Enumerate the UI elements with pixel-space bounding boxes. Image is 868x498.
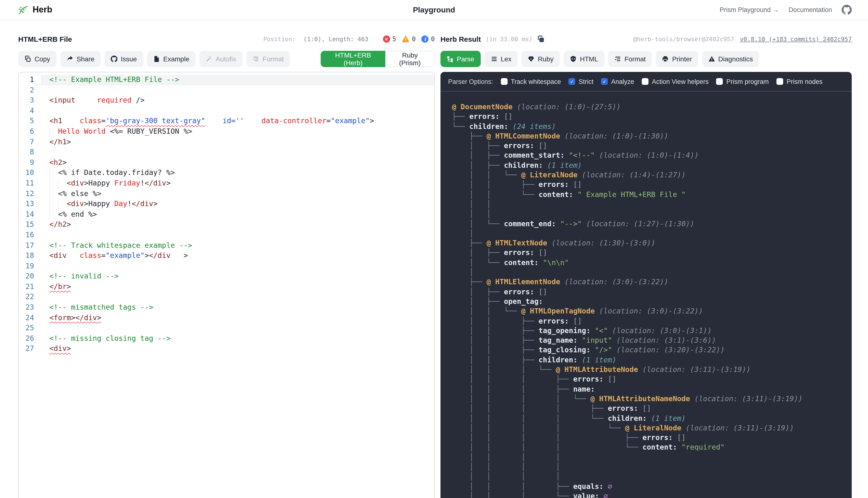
option-prism-program[interactable]: Prism program xyxy=(716,78,769,85)
diagnostics-button[interactable]: Diagnostics xyxy=(702,51,759,67)
version-link[interactable]: v0.8.10 (+183 commits) 2402c957 xyxy=(740,35,852,42)
editor-line[interactable]: 5<h1 class='bg-gray-300 text-gray" id=''… xyxy=(19,116,434,127)
line-number: 15 xyxy=(19,220,41,230)
option-strict[interactable]: Strict xyxy=(569,78,594,85)
checkbox[interactable] xyxy=(776,78,783,85)
copy-button[interactable]: Copy xyxy=(18,51,56,67)
documentation-link[interactable]: Documentation xyxy=(788,6,832,13)
copy-label: Copy xyxy=(35,55,50,63)
editor-line[interactable]: 26<!-- missing closing tag --> xyxy=(19,333,434,344)
printer-button[interactable]: Printer xyxy=(656,51,698,67)
editor-line[interactable]: 17<!-- Track whitespace example --> xyxy=(19,240,434,251)
option-track-whitespace[interactable]: Track whitespace xyxy=(501,78,561,85)
line-number: 19 xyxy=(19,261,41,271)
tree-line: │ │ │ └── value: ∅ xyxy=(452,491,846,498)
shield-icon xyxy=(570,56,577,62)
tree-line: │ ├── errors: [] xyxy=(452,248,846,258)
checkbox[interactable] xyxy=(716,78,723,85)
error-icon: × xyxy=(383,35,390,42)
ruby-label: Ruby xyxy=(538,55,553,63)
editor-line[interactable]: 7</h1> xyxy=(19,137,434,147)
ast-tree[interactable]: @ DocumentNode (location: (1:0)-(27:5))├… xyxy=(440,92,852,498)
editor-line[interactable]: 14 <% end %> xyxy=(19,209,434,220)
editor-line[interactable]: 11 <div>Happy Friday!</div> xyxy=(19,178,434,188)
line-number: 4 xyxy=(19,106,41,116)
line-number: 14 xyxy=(19,209,41,220)
checkbox[interactable] xyxy=(642,78,648,85)
code-editor[interactable]: 1<!-- Example HTML+ERB File -->23<input … xyxy=(18,72,435,498)
share-button[interactable]: Share xyxy=(60,51,101,67)
example-button[interactable]: Example xyxy=(147,51,196,67)
editor-line[interactable]: 27<div> xyxy=(19,344,434,354)
editor-line[interactable]: 12 <% else %> xyxy=(19,188,434,199)
parse-button[interactable]: Parse xyxy=(440,51,481,67)
line-number: 7 xyxy=(19,137,41,147)
github-icon[interactable] xyxy=(842,5,852,15)
gem-icon xyxy=(528,56,535,62)
warning-icon xyxy=(402,36,410,42)
editor-line[interactable]: 16 xyxy=(19,230,434,240)
editor-line[interactable]: 22 xyxy=(19,292,434,302)
editor-line[interactable]: 3<input required /> xyxy=(19,95,434,106)
editor-line[interactable]: 2 xyxy=(19,85,434,95)
result-toolbar: Parse Lex xyxy=(440,51,852,67)
editor-line[interactable]: 18<div class="example"></div > xyxy=(19,251,434,261)
editor-line[interactable]: 10 <% if Date.today.friday? %> xyxy=(19,168,434,178)
editor-line[interactable]: 20<!-- invalid --> xyxy=(19,272,434,282)
editor-line[interactable]: 19 xyxy=(19,261,434,271)
editor-line[interactable]: 15</h2> xyxy=(19,220,434,230)
html-button[interactable]: HTML xyxy=(564,51,604,67)
editor-line[interactable]: 6 Hello World <%= RUBY_VERSION %> xyxy=(19,127,434,137)
option-action-view-helpers[interactable]: Action View helpers xyxy=(642,78,709,85)
tree-line: │ │ ├── tag_name: "input" (location: (3:… xyxy=(452,336,846,345)
prism-playground-link[interactable]: Prism Playground → xyxy=(720,6,779,13)
editor-line[interactable]: 1<!-- Example HTML+ERB File --> xyxy=(19,75,434,85)
tree-line: │ │ │ │ └── content: "required" xyxy=(452,443,846,453)
line-number: 16 xyxy=(19,230,41,240)
editor-line[interactable]: 25 xyxy=(19,323,434,333)
language-mode-toggle: HTML+ERB (Herb) Ruby (Prism) xyxy=(321,51,435,67)
ruby-button[interactable]: Ruby xyxy=(522,51,560,67)
tree-line: │ xyxy=(452,267,846,277)
editor-line[interactable]: 21</br> xyxy=(19,282,434,292)
format-button[interactable]: Format xyxy=(246,51,290,67)
editor-line[interactable]: 24<form></div> xyxy=(19,313,434,323)
editor-line[interactable]: 23<!-- mismatched tags --> xyxy=(19,302,434,313)
editor-line[interactable]: 13 <div>Happy Day!</div> xyxy=(19,199,434,209)
line-number: 27 xyxy=(19,344,41,354)
line-number: 22 xyxy=(19,292,41,302)
warning-count: 0 xyxy=(412,35,416,42)
tree-line: │ │ │ ├── errors: [] xyxy=(452,375,846,384)
editor-line[interactable]: 4 xyxy=(19,106,434,116)
version-meta: @herb-tools/browser@2402c957 v0.8.10 (+1… xyxy=(633,35,852,42)
position-label: Position: xyxy=(263,35,296,42)
issue-button[interactable]: Issue xyxy=(105,51,143,67)
tree-line: ├── @ HTMLElementNode (location: (3:0)-(… xyxy=(452,277,846,287)
tree-line: │ │ │ │ xyxy=(452,462,846,472)
result-format-button[interactable]: Format xyxy=(608,51,652,67)
line-number: 3 xyxy=(19,95,41,106)
tree-line: └── children: (24 items) xyxy=(452,121,846,131)
checkbox[interactable] xyxy=(569,78,575,85)
checkbox[interactable] xyxy=(601,78,608,85)
result-format-label: Format xyxy=(624,55,646,63)
editor-line[interactable]: 8 xyxy=(19,147,434,157)
mode-html-erb-herb[interactable]: HTML+ERB (Herb) xyxy=(321,51,385,67)
tree-line: ├── @ HTMLCommentNode (location: (1:0)-(… xyxy=(452,131,846,141)
tree-line: │ │ └── @ LiteralNode (location: (1:4)-(… xyxy=(452,170,846,180)
line-number: 1 xyxy=(19,75,41,85)
checkbox[interactable] xyxy=(501,78,508,85)
tree-line: │ │ │ │ xyxy=(452,452,846,462)
editor-line[interactable]: 9<h2> xyxy=(19,158,434,168)
mode-ruby-prism[interactable]: Ruby (Prism) xyxy=(385,51,435,67)
lex-button[interactable]: Lex xyxy=(484,51,518,67)
autofix-button[interactable]: Autofix xyxy=(199,51,242,67)
line-number: 12 xyxy=(19,188,41,199)
line-number: 5 xyxy=(19,116,41,127)
option-analyze[interactable]: Analyze xyxy=(601,78,634,85)
tree-line: │ xyxy=(452,228,846,238)
line-number: 13 xyxy=(19,199,41,209)
source-meta: Position: (1:0), Length: 463 × 5 0 i 0 xyxy=(263,35,435,42)
option-prism-nodes[interactable]: Prism nodes xyxy=(776,78,823,85)
copy-result-button[interactable] xyxy=(537,35,544,42)
